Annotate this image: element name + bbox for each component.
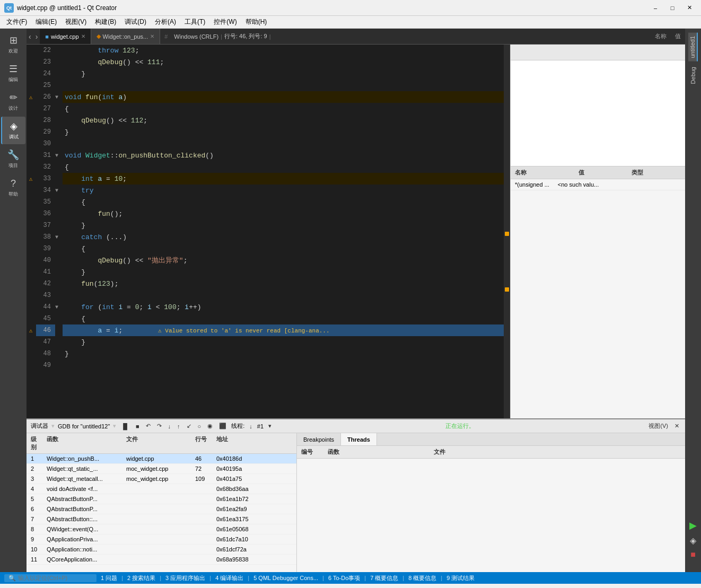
view-button[interactable]: 视图(V)	[647, 422, 670, 431]
search-bar[interactable]: 🔍	[4, 574, 97, 582]
stack-cell-line-2: 72	[191, 465, 212, 472]
status-item-search[interactable]: 2 搜索结果	[127, 574, 155, 582]
sidebar-item-design[interactable]: ✏ 设计	[1, 88, 25, 116]
watch-cell-value-1: <no such valu...	[554, 180, 603, 189]
menu-build[interactable]: 构建(B)	[91, 16, 120, 28]
dbg-btn-1[interactable]: ▐▌	[119, 423, 131, 430]
stack-row-6[interactable]: 6 QAbstractButtonP... 0x61ea2fa9	[27, 504, 296, 514]
code-line-37: 37 }	[27, 220, 504, 231]
tab-bar: ‹ › ■ widget.cpp ✕ ◆ Widget::on_pus... ✕…	[27, 29, 685, 45]
debug-run-button[interactable]: ◈	[688, 533, 698, 548]
stack-cell-file-9	[122, 536, 191, 543]
code-line-29: 29 }	[27, 126, 504, 138]
stack-cell-line-3: 109	[191, 475, 212, 482]
dbg-thread-down[interactable]: ↓	[248, 423, 254, 430]
sidebar-item-help[interactable]: ? 帮助	[1, 174, 25, 201]
sidebar-label-debug: 调试	[9, 134, 19, 141]
tab-threads[interactable]: Threads	[341, 433, 377, 445]
sidebar-item-welcome[interactable]: ⊞ 欢迎	[1, 31, 25, 58]
status-item-overview2[interactable]: 8 概要信息	[408, 574, 436, 582]
arrow-44: ▼	[55, 301, 63, 313]
menu-edit[interactable]: 编辑(E)	[31, 16, 61, 28]
status-item-overview[interactable]: 7 概要信息	[370, 574, 398, 582]
menu-analyze[interactable]: 分析(A)	[151, 16, 180, 28]
menu-help[interactable]: 帮助(H)	[241, 16, 271, 28]
stack-col-file: 文件	[122, 434, 191, 452]
stack-row-1[interactable]: 1 Widget::on_pushB... widget.cpp 46 0x40…	[27, 454, 296, 464]
dbg-btn-step-over[interactable]: ↶	[144, 422, 152, 430]
scroll-indicator	[504, 45, 510, 418]
menu-view[interactable]: 视图(V)	[61, 16, 91, 28]
content-39: {	[63, 243, 504, 254]
dbg-thread-select[interactable]: ▾	[267, 422, 273, 430]
sidebar-item-debug[interactable]: ◈ 调试	[1, 117, 25, 144]
status-item-qml[interactable]: 5 QML Debugger Cons...	[253, 575, 318, 581]
stack-cell-level-8: 8	[27, 525, 42, 533]
close-panel-btn[interactable]: ✕	[673, 422, 681, 430]
sidebar-label-help: 帮助	[8, 191, 18, 198]
content-40: qDebug() << "抛出异常";	[63, 254, 504, 266]
tab-breakpoints[interactable]: Breakpoints	[297, 433, 341, 445]
code-line-39: 39 {	[27, 243, 504, 254]
tab-back-button[interactable]: ‹	[27, 32, 33, 41]
linenum-40: 40	[36, 254, 55, 266]
code-line-27: 27 {	[27, 103, 504, 115]
tab-forward-button[interactable]: ›	[33, 32, 40, 41]
status-item-tests[interactable]: 9 测试结果	[446, 574, 475, 582]
code-line-31: 31 ▼ void Widget::on_pushButton_clicked(…	[27, 150, 504, 161]
menu-tools[interactable]: 工具(T)	[180, 16, 209, 28]
stack-cell-fn-8: QWidget::event(Q...	[42, 525, 122, 533]
stack-cell-file-8	[122, 525, 191, 533]
run-button[interactable]: ▶	[687, 517, 699, 533]
maximize-button[interactable]: □	[665, 3, 680, 13]
dbg-btn-step-into[interactable]: ↷	[155, 422, 163, 430]
project-sidebar-debug[interactable]: Debug	[689, 64, 697, 87]
menu-debug[interactable]: 调试(D)	[120, 16, 151, 28]
status-item-appoutput[interactable]: 3 应用程序输出	[165, 574, 205, 582]
tab-widget-on-push[interactable]: ◆ Widget::on_pus... ✕	[91, 29, 161, 44]
dbg-btn-step-out[interactable]: ↓	[167, 423, 173, 430]
stack-cell-addr-10: 0x61dcf72a	[212, 546, 251, 553]
stack-row-4[interactable]: 4 void doActivate <f... 0x68bd36aa	[27, 484, 296, 494]
code-line-33: ⚠ 33 int a = 10;	[27, 173, 504, 185]
stack-row-3[interactable]: 3 Widget::qt_metacall... moc_widget.cpp …	[27, 474, 296, 484]
stack-row-8[interactable]: 8 QWidget::event(Q... 0x61e05068	[27, 524, 296, 534]
stop-button[interactable]: ■	[688, 548, 698, 561]
sidebar-item-edit[interactable]: ☰ 编辑	[1, 59, 25, 87]
stack-row-10[interactable]: 10 QApplication::noti... 0x61dcf72a	[27, 545, 296, 555]
search-input[interactable]	[18, 575, 92, 581]
stack-row-5[interactable]: 5 QAbstractButtonP... 0x61ea1b72	[27, 494, 296, 504]
sidebar-label-welcome: 欢迎	[8, 48, 18, 55]
stack-cell-line-5	[191, 495, 212, 503]
gutter-31	[27, 150, 36, 161]
tab-widget-cpp[interactable]: ■ widget.cpp ✕	[40, 29, 91, 44]
dbg-btn-run-to[interactable]: ↙	[185, 422, 193, 430]
code-line-32: 32 {	[27, 161, 504, 173]
project-sidebar-untitled1[interactable]: untitled1	[688, 33, 698, 62]
status-item-problems[interactable]: 1 问题	[101, 574, 117, 582]
tab-close-cpp[interactable]: ✕	[81, 33, 85, 39]
dbg-btn-breakpoint[interactable]: ○	[196, 423, 203, 430]
stack-row-9[interactable]: 9 QApplicationPriva... 0x61dc7a10	[27, 534, 296, 545]
close-button[interactable]: ✕	[682, 3, 697, 13]
dbg-btn-2[interactable]: ■	[134, 423, 141, 430]
stack-row-2[interactable]: 2 Widget::qt_static_... moc_widget.cpp 7…	[27, 464, 296, 474]
dbg-btn-toggle-bp[interactable]: ◉	[206, 422, 214, 430]
tab-close-onpush[interactable]: ✕	[150, 33, 154, 39]
gutter-22	[27, 45, 36, 56]
stack-cell-file-10	[122, 546, 191, 553]
status-item-todo[interactable]: 6 To-Do事项	[328, 574, 360, 582]
stack-row-7[interactable]: 7 QAbstractButton::... 0x61ea3175	[27, 514, 296, 524]
minimize-button[interactable]: –	[648, 3, 663, 13]
menu-controls[interactable]: 控件(W)	[209, 16, 241, 28]
sidebar-item-project[interactable]: 🔧 项目	[1, 145, 25, 173]
status-item-compile[interactable]: 4 编译输出	[215, 574, 243, 582]
code-editor[interactable]: 22 throw 123; 23 qDebug() << 111;	[27, 45, 504, 418]
sidebar-label-design: 设计	[8, 105, 18, 112]
menu-file[interactable]: 文件(F)	[2, 16, 31, 28]
arrow-24	[55, 68, 63, 80]
dbg-btn-stop[interactable]: ⬛	[217, 422, 228, 430]
dbg-btn-continue[interactable]: ↑	[176, 423, 182, 430]
stack-row-11[interactable]: 11 QCoreApplication... 0x68a95838	[27, 555, 296, 565]
gutter-44	[27, 301, 36, 313]
